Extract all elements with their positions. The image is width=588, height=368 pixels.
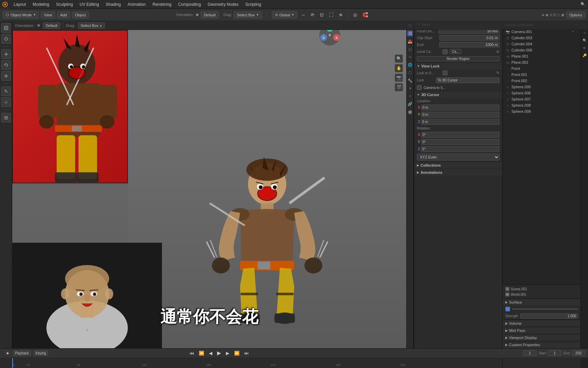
- view-layer-icon[interactable]: ◱: [407, 46, 413, 52]
- custom-props-header[interactable]: ▶ Custom Properties: [503, 341, 581, 348]
- viewport-display-header[interactable]: ▶ Viewport Display: [503, 334, 581, 341]
- strength-input[interactable]: [520, 313, 578, 319]
- cylinder-003-item[interactable]: ⬡ Cylinder.003: [503, 35, 581, 41]
- end-frame-input[interactable]: [572, 350, 585, 356]
- transform-icon-1[interactable]: ↔: [299, 12, 307, 18]
- point-item[interactable]: · Point: [503, 65, 581, 72]
- menu-geometry[interactable]: Geometry Nodes: [204, 0, 242, 9]
- view-props-icon[interactable]: 🖼: [407, 30, 413, 36]
- menu-render[interactable]: Rendering: [149, 0, 175, 9]
- rot-x-input[interactable]: [421, 132, 500, 138]
- ca-btn[interactable]: Ca...: [450, 49, 461, 54]
- color-swatch[interactable]: [505, 307, 510, 311]
- drag-mode-btn[interactable]: Select Box ▼: [234, 12, 262, 18]
- add-tool-btn[interactable]: ⊞: [1, 113, 11, 122]
- mode-selector[interactable]: ⬡ Object Mode ▼: [3, 11, 39, 18]
- annotate-tool-btn[interactable]: ✎: [1, 87, 11, 96]
- rotate-tool-btn[interactable]: [1, 60, 11, 70]
- select-box-btn[interactable]: Select Box ▼: [78, 22, 105, 29]
- material-icon[interactable]: ⬤: [407, 109, 413, 115]
- euler-select[interactable]: XYZ Euler: [417, 154, 500, 160]
- next-frame-btn[interactable]: ▶: [224, 350, 231, 356]
- jump-start-btn[interactable]: ⏮: [188, 350, 196, 356]
- rail-icon-4[interactable]: ⚙: [582, 45, 587, 50]
- volume-header[interactable]: ▶ Volume: [503, 320, 581, 327]
- view-lock-header[interactable]: ▼ View Lock: [414, 63, 502, 70]
- cursor-tool-btn[interactable]: [1, 34, 11, 44]
- sphere-006-item[interactable]: ○ Sphere.006: [503, 90, 581, 96]
- measure-tool-btn[interactable]: ⊹: [1, 97, 11, 107]
- render-view-btn[interactable]: 🎬: [395, 83, 403, 91]
- rail-icon-3[interactable]: 🔍: [582, 37, 587, 43]
- camera-view-btn[interactable]: 📷: [395, 74, 403, 82]
- close-icon[interactable]: ✕: [496, 49, 500, 54]
- mist-header[interactable]: ▶ Mist Pass: [503, 327, 581, 334]
- menu-layout[interactable]: Layout: [10, 0, 29, 9]
- view-menu[interactable]: View: [41, 12, 55, 18]
- scale-tool-btn[interactable]: [1, 71, 11, 81]
- scene-props-icon[interactable]: ⛭: [407, 54, 413, 60]
- output-props-icon[interactable]: 📤: [407, 38, 413, 44]
- next-keyframe-btn[interactable]: ⏩: [232, 350, 241, 356]
- clip-start-input[interactable]: [439, 35, 500, 41]
- modifier-props-icon[interactable]: 🔧: [407, 77, 413, 83]
- plane-001-item[interactable]: ▭ Plane.001: [503, 53, 581, 59]
- particles-icon[interactable]: ✦: [407, 85, 413, 91]
- cylinder-004-item[interactable]: ⬡ Cylinder.004: [503, 41, 581, 47]
- menu-shading[interactable]: Shading: [102, 0, 124, 9]
- rail-icon-2[interactable]: ⊹: [582, 30, 587, 35]
- loc-z-input[interactable]: [421, 119, 500, 125]
- proportional-icon[interactable]: ◎: [352, 12, 359, 18]
- menu-animation[interactable]: Animation: [124, 0, 149, 9]
- point-001-item[interactable]: · Point.001: [503, 72, 581, 78]
- sphere-005-item[interactable]: ○ Sphere.005: [503, 84, 581, 90]
- cursor-3d-header[interactable]: ▼ 3D Cursor: [414, 91, 502, 98]
- timeline-status-icon[interactable]: ▶: [5, 351, 10, 355]
- local-ca-checkbox[interactable]: [443, 49, 447, 54]
- snap-icon[interactable]: 🧲: [361, 12, 370, 18]
- timeline-ruler[interactable]: 0 10 50 110 160 210 260 310: [12, 358, 502, 368]
- default-orient-btn[interactable]: Default: [43, 22, 60, 29]
- point-002-item[interactable]: · Point.002: [503, 78, 581, 84]
- world-props-icon[interactable]: 🌐: [407, 62, 413, 68]
- constraints-icon[interactable]: 🔗: [407, 101, 413, 107]
- menu-scripting[interactable]: Scripting: [242, 0, 265, 9]
- menu-uv[interactable]: UV Editing: [76, 0, 102, 9]
- move-tool-btn[interactable]: [1, 49, 11, 59]
- orientation-default-btn[interactable]: Default: [201, 12, 219, 18]
- global-btn[interactable]: ⊙ Global ▼: [272, 11, 297, 18]
- transform-icon-2[interactable]: ⟳: [309, 12, 316, 18]
- plane-002-item[interactable]: ▭ Plane.002: [503, 59, 581, 65]
- loc-x-input[interactable]: [421, 105, 500, 110]
- move-viewport-btn[interactable]: ✋: [395, 64, 403, 72]
- jump-end-btn[interactable]: ⏭: [243, 350, 250, 356]
- sphere-008-item[interactable]: ○ Sphere.008: [503, 102, 581, 108]
- transform-icon-3[interactable]: ⊡: [318, 12, 325, 18]
- zoom-in-btn[interactable]: 🔍: [395, 55, 403, 63]
- loc-y-input[interactable]: [421, 112, 500, 118]
- prev-frame-btn[interactable]: ◀: [207, 350, 214, 356]
- menu-sculpting[interactable]: Sculpting: [53, 0, 76, 9]
- object-menu[interactable]: Object: [72, 12, 89, 18]
- add-menu[interactable]: Add: [57, 12, 70, 18]
- menu-modeling[interactable]: Modeling: [29, 0, 53, 9]
- transform-icon-4[interactable]: ⛶: [327, 12, 335, 18]
- rail-icon-5[interactable]: 🔑: [582, 52, 587, 58]
- clip-end-input[interactable]: [439, 42, 500, 47]
- select-tool-btn[interactable]: [1, 23, 11, 33]
- lock-obj-edit-icon[interactable]: ✎: [496, 71, 500, 75]
- rot-z-input[interactable]: [421, 146, 500, 152]
- cylinder-006-item[interactable]: ⬡ Cylinder.006: [503, 47, 581, 53]
- lock-value-btn[interactable]: To 3D Cursor: [436, 77, 500, 83]
- start-frame-input[interactable]: [548, 350, 561, 356]
- color-bar[interactable]: [512, 308, 578, 310]
- obj-props-icon[interactable]: ⬡: [407, 70, 413, 76]
- playback-btn[interactable]: Playback: [13, 351, 31, 356]
- options-btn[interactable]: Options: [566, 12, 585, 18]
- camera-to-view-checkbox[interactable]: [417, 85, 422, 90]
- play-btn[interactable]: ▶: [215, 349, 223, 357]
- annotations-header[interactable]: ▶ Annotations: [414, 169, 502, 176]
- keying-btn[interactable]: Keying: [34, 351, 48, 356]
- sphere-007-item[interactable]: ○ Sphere.007: [503, 96, 581, 102]
- lock-to-obj-checkbox[interactable]: [443, 71, 447, 75]
